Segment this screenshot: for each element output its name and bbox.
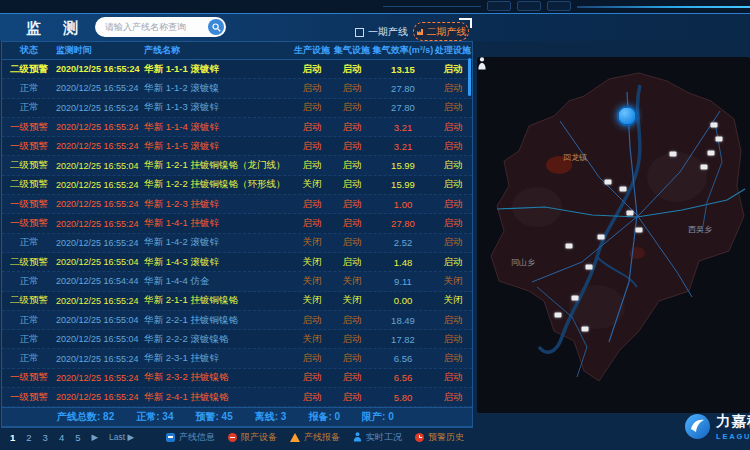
cell-treat: 启动 (434, 217, 472, 230)
last-page-button[interactable]: Last ▶ (109, 432, 134, 442)
station-marker[interactable] (582, 327, 589, 332)
cell-status: 一级预警 (2, 391, 56, 404)
cell-time: 2020/12/25 16:55:24 (56, 83, 142, 93)
cell-rate: 3.21 (372, 141, 434, 152)
cell-prod: 关闭 (292, 236, 332, 249)
table-row[interactable]: 一级预警2020/12/25 16:55:24华新 2-4-1 挂镀镍铬启动启动… (2, 388, 472, 407)
decor-box (487, 1, 511, 11)
table-row[interactable]: 一级预警2020/12/25 16:55:24华新 1-1-5 滚镀锌启动启动3… (2, 137, 472, 156)
cell-name: 华新 1-4-1 挂镀锌 (142, 217, 292, 230)
station-marker[interactable] (636, 228, 643, 233)
table-row[interactable]: 正常2020/12/25 16:55:04华新 2-2-2 滚镀镍铬关闭启动17… (2, 330, 472, 349)
legend-line-report[interactable]: 产线报备 (290, 431, 340, 444)
page-title: 监 测 (26, 19, 87, 38)
cell-prod: 关闭 (292, 275, 332, 288)
station-marker[interactable] (708, 151, 715, 156)
cell-time: 2020/12/25 16:55:04 (56, 161, 142, 171)
page-button[interactable]: 2 (26, 432, 31, 443)
person-marker-icon[interactable] (477, 57, 487, 70)
legend-line-info[interactable]: 产线信息 (166, 431, 215, 444)
selected-station-marker[interactable] (617, 106, 638, 127)
station-marker[interactable] (598, 235, 605, 240)
cell-name: 华新 2-3-1 挂镀锌 (142, 352, 292, 365)
station-marker[interactable] (670, 152, 677, 157)
cell-name: 华新 2-4-1 挂镀镍铬 (142, 391, 292, 404)
table-row[interactable]: 二级预警2020/12/25 16:55:04华新 1-4-3 滚镀锌关闭启动1… (2, 253, 472, 272)
station-marker[interactable] (586, 265, 593, 270)
table-row[interactable]: 二级预警2020/12/25 16:55:04华新 1-2-1 挂镀铜镍铬（龙门… (2, 156, 472, 175)
cell-time: 2020/12/25 16:55:24 (56, 122, 142, 132)
legend-limited-equipment[interactable]: 限产设备 (228, 431, 277, 444)
table-row[interactable]: 正常2020/12/25 16:55:24华新 1-1-3 滚镀锌启动启动27.… (2, 99, 472, 118)
station-marker[interactable] (566, 244, 573, 249)
station-marker[interactable] (711, 123, 718, 128)
table-row[interactable]: 一级预警2020/12/25 16:55:24华新 1-2-3 挂镀锌启动启动1… (2, 195, 472, 214)
cell-status: 一级预警 (2, 217, 56, 230)
table-row[interactable]: 二级预警2020/12/25 16:55:24华新 1-1-1 滚镀锌启动启动1… (2, 60, 472, 79)
page-button[interactable]: 4 (59, 432, 64, 443)
table-row[interactable]: 二级预警2020/12/25 16:55:24华新 2-1-1 挂镀铜镍铬关闭关… (2, 292, 472, 311)
cell-status: 二级预警 (2, 294, 56, 307)
cell-treat: 启动 (434, 371, 472, 384)
cell-time: 2020/12/25 16:55:24 (56, 64, 142, 74)
cell-rate: 15.99 (372, 160, 434, 171)
station-marker[interactable] (627, 211, 634, 216)
cell-rate: 27.80 (372, 218, 434, 229)
bottom-toolbar: 12345 ▶ Last ▶ 产线信息 限产设备 产线报备 实时工况 (2, 426, 472, 447)
search-input[interactable] (95, 22, 208, 32)
terrain-patch (569, 285, 625, 329)
table-row[interactable]: 正常2020/12/25 16:54:44华新 1-4-4 仿金关闭关闭9.11… (2, 272, 472, 291)
cell-rate: 17.82 (372, 334, 434, 345)
table-scrollbar[interactable] (468, 58, 471, 96)
next-page-button[interactable]: ▶ (91, 432, 98, 442)
cell-status: 正常 (2, 101, 56, 114)
cell-time: 2020/12/25 16:55:24 (56, 219, 142, 229)
cell-time: 2020/12/25 16:55:24 (56, 199, 142, 209)
cell-prod: 关闭 (292, 294, 332, 307)
decor-box (517, 1, 541, 11)
cell-status: 正常 (2, 333, 56, 346)
cell-prod: 启动 (292, 391, 332, 404)
station-marker[interactable] (572, 296, 579, 301)
station-marker[interactable] (555, 313, 562, 318)
cell-rate: 6.56 (372, 353, 434, 364)
station-marker[interactable] (620, 187, 627, 192)
table-row[interactable]: 二级预警2020/12/25 16:55:24华新 1-2-2 挂镀铜镍铬（环形… (2, 176, 472, 195)
table-row[interactable]: 一级预警2020/12/25 16:55:24华新 1-4-1 挂镀锌启动启动2… (2, 214, 472, 233)
cell-prod: 启动 (292, 371, 332, 384)
legend-label: 实时工况 (366, 431, 402, 444)
table-row[interactable]: 正常2020/12/25 16:55:04华新 2-2-1 挂镀铜镍铬启动启动1… (2, 311, 472, 330)
logo-subtitle: LEAGUE TE (716, 432, 750, 441)
page-button[interactable]: 5 (75, 432, 80, 443)
stat-预警: 预警: 45 (195, 410, 232, 424)
cell-rate: 18.49 (372, 315, 434, 326)
cell-status: 一级预警 (2, 121, 56, 134)
station-marker[interactable] (716, 137, 723, 142)
station-marker[interactable] (605, 180, 612, 185)
station-marker[interactable] (701, 165, 708, 170)
table-row[interactable]: 一级预警2020/12/25 16:55:24华新 1-1-4 滚镀锌启动启动3… (2, 118, 472, 137)
cell-time: 2020/12/25 16:55:24 (56, 373, 142, 383)
cell-prod: 启动 (292, 217, 332, 230)
cell-gas: 启动 (332, 256, 372, 269)
legend-alarm-history[interactable]: 预警历史 (415, 431, 464, 444)
cell-prod: 启动 (292, 352, 332, 365)
page-button[interactable]: 3 (43, 432, 48, 443)
cell-status: 一级预警 (2, 371, 56, 384)
table-row[interactable]: 正常2020/12/25 16:55:24华新 2-3-1 挂镀锌启动启动6.5… (2, 349, 472, 368)
cell-treat: 启动 (434, 236, 472, 249)
legend-realtime-status[interactable]: 实时工况 (353, 431, 402, 444)
table-row[interactable]: 正常2020/12/25 16:55:24华新 1-1-2 滚镀镍启动启动27.… (2, 79, 472, 98)
column-header: 生产设施 (292, 44, 332, 57)
table-row[interactable]: 一级预警2020/12/25 16:55:24华新 2-3-2 挂镀镍铬启动启动… (2, 369, 472, 388)
cell-name: 华新 1-2-3 挂镀锌 (142, 198, 292, 211)
phase1-checkbox[interactable]: 一期产线 (355, 25, 408, 39)
page-button[interactable]: 1 (10, 432, 15, 443)
table-row[interactable]: 正常2020/12/25 16:55:24华新 1-4-2 滚镀锌关闭启动2.5… (2, 234, 472, 253)
red-circle-icon (228, 433, 237, 442)
cell-treat: 启动 (434, 333, 472, 346)
cell-gas: 启动 (332, 82, 372, 95)
cell-rate: 27.80 (372, 83, 434, 94)
search-button[interactable] (208, 19, 224, 35)
column-header: 集气效率(m³/s) (372, 44, 434, 57)
